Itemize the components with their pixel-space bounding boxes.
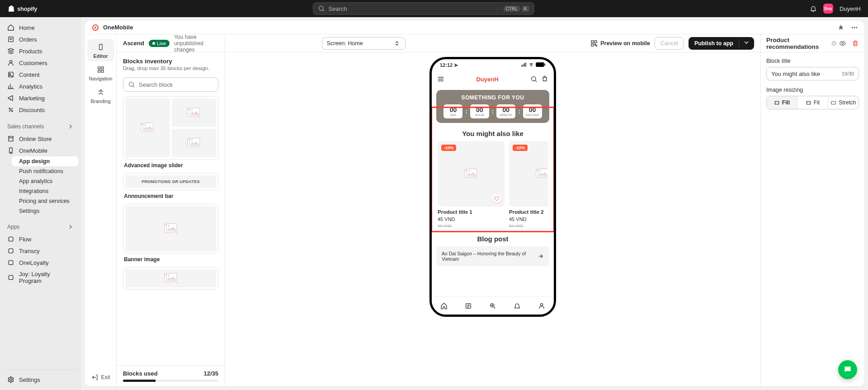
blog-item[interactable]: Ao Dai Saigon – Honoring the Beauty of V…	[436, 246, 549, 266]
app-icon	[7, 235, 14, 243]
tab-search-icon[interactable]	[489, 302, 496, 310]
blocks-panel: Ascend Live You have unpublished changes…	[117, 34, 225, 386]
recommendation-title: You might also like	[438, 130, 548, 137]
sidebar-item-app-design[interactable]: App design	[12, 156, 79, 166]
svg-rect-45	[523, 64, 524, 66]
sales-channels-header[interactable]: Sales channels	[3, 120, 79, 133]
user-name[interactable]: DuyenH	[840, 5, 861, 12]
navigation-icon	[97, 66, 104, 73]
svg-rect-22	[98, 70, 100, 72]
store-title: DuyenH	[476, 76, 498, 83]
wishlist-button[interactable]	[492, 194, 501, 203]
publish-button[interactable]: Publish to app	[689, 37, 754, 50]
blocks-inventory-desc: Drag, drop max 35 blocks per design.	[123, 66, 218, 71]
search-icon[interactable]	[530, 75, 538, 83]
product-card[interactable]: -10%Product title 245 VND50 VND	[509, 141, 548, 228]
notifications-icon[interactable]	[810, 5, 817, 12]
branding-icon	[97, 89, 104, 96]
block-preview-banner[interactable]	[123, 204, 218, 254]
rail-tab-navigation[interactable]: Navigation	[87, 61, 114, 84]
chat-fab[interactable]	[838, 360, 857, 379]
pin-icon[interactable]	[837, 24, 844, 31]
more-icon[interactable]	[851, 24, 858, 31]
sidebar-item-home[interactable]: Home	[3, 22, 79, 33]
cancel-button[interactable]: Cancel	[655, 37, 684, 50]
tab-account-icon[interactable]	[538, 302, 545, 310]
sidebar-item-content[interactable]: Content	[3, 69, 79, 80]
svg-point-18	[856, 27, 857, 28]
sidebar-item-settings[interactable]: Settings	[12, 206, 79, 216]
hamburger-icon[interactable]	[437, 75, 444, 83]
canvas-area: Screen: Home Preview on mobile Cancel	[225, 34, 760, 386]
status-time: 12:12 ➤	[440, 62, 458, 68]
selected-block-highlight: You might also like -10%Product title 14…	[432, 107, 554, 232]
discount-badge: -10%	[441, 145, 456, 151]
svg-point-8	[10, 152, 11, 152]
svg-point-4	[9, 73, 11, 75]
sidebar-item-transcy[interactable]: Transcy	[3, 245, 79, 257]
sidebar-item-app-analytics[interactable]: App analytics	[12, 176, 79, 186]
resize-option-fill[interactable]: Fill	[767, 96, 797, 109]
sidebar-item-settings[interactable]: Settings	[3, 374, 79, 385]
block-preview-label: Advanced image slider	[124, 162, 218, 169]
sidebar-item-customers[interactable]: Customers	[3, 57, 79, 69]
preview-on-mobile-button[interactable]: Preview on mobile	[590, 40, 650, 47]
block-title-input[interactable]: You might also like 19/30	[766, 67, 859, 80]
block-search-input[interactable]: Search block	[123, 77, 218, 92]
svg-rect-20	[98, 67, 100, 69]
sidebar-item-onemobile[interactable]: OneMobile	[3, 145, 79, 156]
history-icon[interactable]	[831, 40, 836, 47]
battery-icon	[536, 62, 546, 67]
tab-home-icon[interactable]	[440, 302, 448, 310]
config-panel: Product recommendations Block title	[760, 34, 864, 386]
editor-rail: EditorNavigationBranding Exit	[85, 34, 117, 386]
visibility-icon[interactable]	[839, 40, 846, 47]
discount-badge: -10%	[513, 145, 528, 151]
svg-point-51	[532, 77, 536, 81]
phone-preview: 12:12 ➤ Du	[429, 57, 556, 317]
delete-icon[interactable]	[852, 40, 859, 47]
block-preview-label: Banner image	[124, 256, 218, 263]
resize-option-stretch[interactable]: Stretch	[828, 96, 859, 109]
home-icon	[7, 24, 14, 31]
shopify-logo[interactable]: shopify	[7, 5, 37, 13]
tab-notifications-icon[interactable]	[514, 302, 521, 310]
rail-tab-branding[interactable]: Branding	[87, 84, 114, 107]
fit-icon	[806, 100, 811, 106]
user-avatar[interactable]: Duy	[823, 4, 833, 14]
exit-button[interactable]: Exit	[91, 374, 110, 381]
theme-name: Ascend	[123, 40, 144, 47]
image-resize-label: Image resizing	[766, 87, 859, 93]
product-title: Product title 1	[438, 209, 505, 215]
unpublished-message: You have unpublished changes	[174, 34, 218, 53]
apps-header[interactable]: Apps	[3, 221, 79, 233]
global-search[interactable]: Search CTRLK	[313, 2, 534, 15]
sidebar-item-marketing[interactable]: Marketing	[3, 92, 79, 104]
signal-icon	[521, 62, 527, 67]
block-preview-announcement[interactable]: PROMOTIONS OR UPDATES	[123, 173, 218, 190]
sidebar-item-analytics[interactable]: Analytics	[3, 80, 79, 92]
app-icon	[7, 247, 14, 254]
sidebar-item-flow[interactable]: Flow	[3, 233, 79, 245]
brand-text: shopify	[17, 5, 37, 12]
resize-option-fit[interactable]: Fit	[797, 96, 828, 109]
sidebar-item-joy-loyalty-program[interactable]: Joy: Loyalty Program	[3, 268, 79, 287]
sidebar-item-oneloyalty[interactable]: OneLoyalty	[3, 257, 79, 268]
sidebar-item-products[interactable]: Products	[3, 45, 79, 57]
blocks-used-count: 12/35	[203, 370, 218, 377]
sidebar-item-push-notifications[interactable]: Push notifications	[12, 166, 79, 176]
product-card[interactable]: -10%Product title 145 VND50 VND	[438, 141, 505, 228]
sidebar-item-integrations[interactable]: Integrations	[12, 186, 79, 196]
tab-catalog-icon[interactable]	[465, 302, 472, 310]
sidebar-item-online-store[interactable]: Online Store	[3, 133, 79, 145]
cart-icon[interactable]	[541, 75, 548, 83]
shopify-sidebar: HomeOrdersProductsCustomersContentAnalyt…	[0, 17, 81, 390]
block-preview-adv-slider[interactable]	[123, 96, 218, 160]
sidebar-item-discounts[interactable]: Discounts	[3, 104, 79, 116]
sidebar-item-orders[interactable]: Orders	[3, 33, 79, 45]
svg-rect-23	[101, 70, 104, 72]
screen-selector[interactable]: Screen: Home	[322, 37, 406, 50]
block-preview-partial[interactable]	[123, 267, 218, 290]
rail-tab-editor[interactable]: Editor	[87, 39, 114, 61]
sidebar-item-pricing-and-services[interactable]: Pricing and services	[12, 196, 79, 206]
